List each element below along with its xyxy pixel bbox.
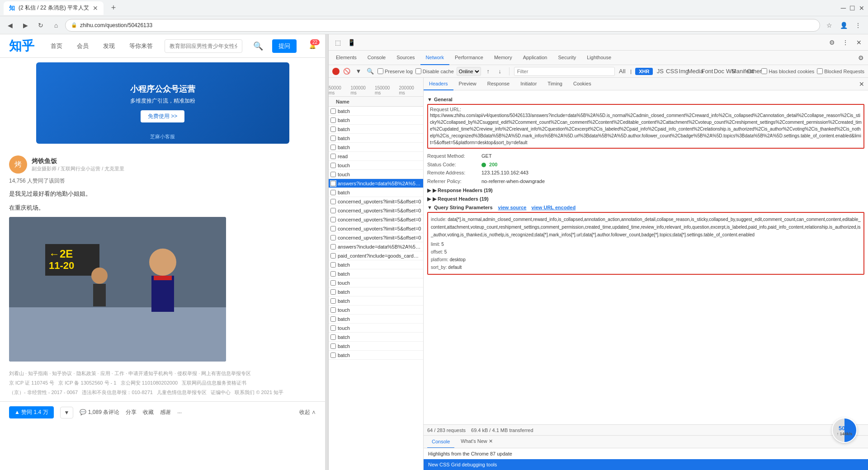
detail-close-icon[interactable]: ✕ [855, 80, 868, 88]
nav-waiting[interactable]: 等你来答 [127, 40, 156, 52]
nav-discover[interactable]: 发现 [100, 40, 118, 52]
devtools-close-icon[interactable]: ✕ [854, 37, 864, 48]
item-checkbox[interactable] [330, 352, 336, 358]
record-button[interactable] [332, 68, 340, 75]
settings-button[interactable]: ⋮ [852, 19, 864, 32]
list-item[interactable]: batch [329, 116, 423, 125]
item-checkbox[interactable] [330, 334, 336, 340]
list-item[interactable]: batch [329, 269, 423, 278]
refresh-button[interactable]: ↻ [34, 19, 47, 32]
author-name[interactable]: 烤铁鱼饭 [32, 157, 124, 165]
list-item[interactable]: touch [329, 278, 423, 287]
list-item[interactable]: batch [329, 188, 423, 197]
disable-cache-checkbox[interactable] [415, 68, 421, 74]
item-checkbox[interactable] [330, 108, 336, 114]
throttle-select[interactable]: Online [457, 67, 481, 76]
manifest-filter-button[interactable]: Manifest [738, 67, 747, 76]
list-item[interactable]: touch [329, 306, 423, 315]
dislike-button[interactable]: ▼ [60, 407, 74, 418]
back-button[interactable]: ◀ [4, 19, 16, 32]
list-item[interactable]: answers?include=data%5B%2A%5D.is_nor [329, 242, 423, 251]
import-har-button[interactable]: ↑ [484, 67, 493, 76]
list-item[interactable]: batch [329, 134, 423, 143]
item-checkbox[interactable] [330, 289, 336, 295]
item-checkbox[interactable] [330, 190, 336, 195]
tab-security[interactable]: Security [552, 51, 581, 65]
more-button[interactable]: ··· [177, 409, 182, 416]
maximize-button[interactable]: ☐ [849, 5, 855, 12]
profile-button[interactable]: 👤 [837, 19, 850, 32]
item-checkbox[interactable] [330, 325, 336, 331]
list-item[interactable]: batch [329, 125, 423, 134]
ask-button[interactable]: 提问 [272, 39, 297, 53]
tab-memory[interactable]: Memory [489, 51, 518, 65]
nav-member[interactable]: 会员 [74, 40, 91, 52]
item-checkbox[interactable] [330, 271, 336, 277]
img-filter-button[interactable]: Img [679, 67, 688, 76]
ad-cta-button[interactable]: 免费使用 >> [141, 110, 184, 122]
item-checkbox[interactable] [330, 298, 336, 304]
devtools-gear-icon[interactable]: ⚙ [855, 52, 866, 63]
list-item[interactable]: concerned_upvoters?limit=5&offset=0 [329, 197, 423, 206]
list-item[interactable]: touch [329, 170, 423, 179]
item-checkbox[interactable] [330, 253, 336, 258]
devtools-settings-icon[interactable]: ⚙ [826, 37, 837, 48]
item-checkbox[interactable] [330, 172, 336, 177]
item-checkbox[interactable] [330, 235, 336, 240]
console-tab[interactable]: Console [427, 436, 454, 448]
bookmark-button[interactable]: ☆ [823, 19, 835, 32]
browser-tab[interactable]: 知 (2 私信 / 22 条消息) 平常人艾 ✕ [4, 1, 104, 15]
new-tab-button[interactable]: + [107, 2, 120, 14]
search-icon[interactable]: 🔍 [253, 41, 263, 51]
detail-tab-initiator[interactable]: Initiator [515, 78, 542, 90]
clear-button[interactable]: 🚫 [342, 67, 351, 76]
font-filter-button[interactable]: Font [703, 67, 712, 76]
comment-button[interactable]: 💬 1,089 条评论 [80, 409, 119, 416]
search-input[interactable] [165, 39, 242, 53]
response-headers-section[interactable]: ▶ ▶ Response Headers (19) [427, 188, 864, 193]
devtools-inspect-button[interactable]: ⬚ [332, 37, 343, 48]
list-item[interactable]: batch [329, 333, 423, 342]
item-checkbox[interactable] [330, 127, 336, 132]
item-checkbox[interactable] [330, 154, 336, 159]
item-checkbox[interactable] [330, 316, 336, 322]
tab-application[interactable]: Application [518, 51, 553, 65]
tab-console[interactable]: Console [362, 51, 391, 65]
other-filter-button[interactable]: Other [750, 67, 759, 76]
media-filter-button[interactable]: Media [691, 67, 700, 76]
tab-sources[interactable]: Sources [391, 51, 420, 65]
item-checkbox[interactable] [330, 199, 336, 204]
general-section-header[interactable]: ▼ General [427, 97, 864, 102]
detail-tab-headers[interactable]: Headers [424, 78, 453, 90]
nav-home[interactable]: 首页 [48, 40, 65, 52]
bottom-message-bar[interactable]: New CSS Grid debugging tools [424, 459, 868, 470]
detail-tab-cookies[interactable]: Cookies [568, 78, 597, 90]
detail-tab-response[interactable]: Response [482, 78, 515, 90]
detail-tab-timing[interactable]: Timing [542, 78, 568, 90]
fold-button[interactable]: 收起 ∧ [299, 409, 316, 416]
item-checkbox[interactable] [330, 217, 336, 222]
blocked-requests-checkbox[interactable] [817, 68, 823, 74]
close-window-button[interactable]: ✕ [859, 5, 864, 12]
list-item[interactable]: touch [329, 324, 423, 333]
export-har-button[interactable]: ↓ [495, 67, 505, 76]
query-params-section-header[interactable]: ▼ Query String Parameters view source vi… [427, 205, 864, 210]
collect-button[interactable]: 收藏 [143, 409, 154, 416]
tab-close-icon[interactable]: ✕ [93, 5, 98, 12]
item-checkbox[interactable] [330, 262, 336, 268]
list-item[interactable]: batch [329, 315, 423, 324]
forward-button[interactable]: ▶ [19, 19, 32, 32]
item-checkbox[interactable] [330, 145, 336, 150]
share-button[interactable]: 分享 [126, 409, 137, 416]
list-item[interactable]: batch [329, 351, 423, 360]
item-checkbox[interactable] [330, 226, 336, 231]
selected-request-item[interactable]: answers?include=data%5B%2A%5D.is_nor [329, 179, 423, 188]
devtools-device-button[interactable]: 📱 [346, 37, 357, 48]
list-item[interactable]: batch [329, 260, 423, 269]
item-checkbox[interactable] [330, 181, 336, 186]
like-button[interactable]: ▲ 赞同 1.4 万 [9, 406, 54, 418]
list-item[interactable]: read [329, 152, 423, 161]
all-filter-button[interactable]: All [618, 67, 627, 76]
css-filter-button[interactable]: CSS [667, 67, 676, 76]
detail-tab-preview[interactable]: Preview [453, 78, 482, 90]
